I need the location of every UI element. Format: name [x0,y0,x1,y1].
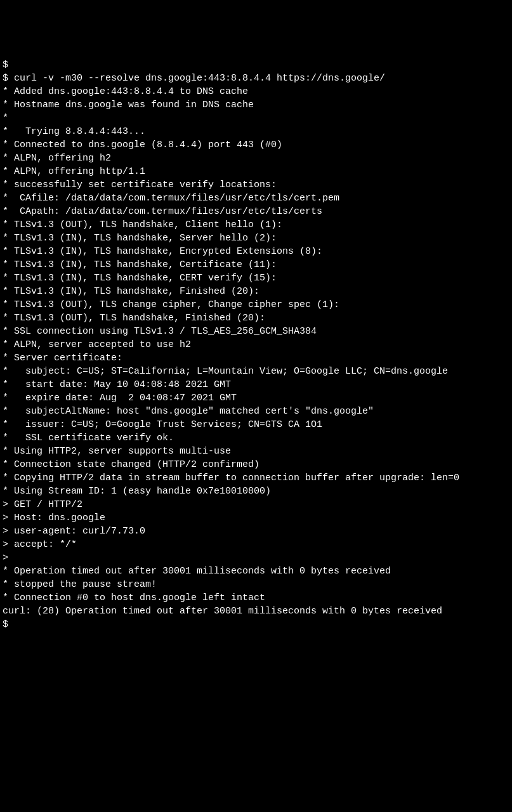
terminal-line: * Operation timed out after 30001 millis… [3,565,509,578]
terminal-line: * Connection #0 to host dns.google left … [3,591,509,605]
terminal-line: * Connection state changed (HTTP/2 confi… [3,458,509,471]
terminal-line: * Using HTTP2, server supports multi-use [3,445,509,458]
terminal-line: * ALPN, offering h2 [3,152,509,165]
terminal-line: * SSL certificate verify ok. [3,431,509,445]
terminal-line: > Host: dns.google [3,511,509,525]
terminal-line: * stopped the pause stream! [3,578,509,591]
terminal-line: curl: (28) Operation timed out after 300… [3,605,509,618]
terminal-line: * TLSv1.3 (IN), TLS handshake, Finished … [3,285,509,298]
terminal-line: * [3,112,509,125]
terminal-line: * successfully set certificate verify lo… [3,178,509,192]
terminal-line: * SSL connection using TLSv1.3 / TLS_AES… [3,325,509,338]
terminal-line: > accept: */* [3,538,509,551]
terminal-line: > [3,551,509,565]
terminal-line: $ curl -v -m30 --resolve dns.google:443:… [3,72,509,85]
terminal-line: * TLSv1.3 (OUT), TLS handshake, Finished… [3,311,509,325]
terminal-line: * Trying 8.8.4.4:443... [3,125,509,138]
terminal-line: * TLSv1.3 (IN), TLS handshake, Certifica… [3,258,509,272]
terminal-line: * TLSv1.3 (IN), TLS handshake, Server he… [3,232,509,245]
terminal-line: * Server certificate: [3,351,509,365]
terminal-line: * expire date: Aug 2 04:08:47 2021 GMT [3,391,509,405]
terminal-line: * TLSv1.3 (OUT), TLS handshake, Client h… [3,218,509,232]
terminal-line: * ALPN, offering http/1.1 [3,165,509,178]
terminal-line: * subject: C=US; ST=California; L=Mounta… [3,365,509,378]
terminal-line: * TLSv1.3 (OUT), TLS change cipher, Chan… [3,298,509,311]
terminal-line: * Connected to dns.google (8.8.4.4) port… [3,138,509,152]
terminal-line: * subjectAltName: host "dns.google" matc… [3,405,509,418]
terminal-line: * ALPN, server accepted to use h2 [3,338,509,351]
terminal-line: * TLSv1.3 (IN), TLS handshake, Encrypted… [3,245,509,258]
terminal-line: * issuer: C=US; O=Google Trust Services;… [3,418,509,431]
terminal-line: * Added dns.google:443:8.8.4.4 to DNS ca… [3,85,509,98]
terminal-line: * Copying HTTP/2 data in stream buffer t… [3,471,509,485]
terminal-line: > user-agent: curl/7.73.0 [3,525,509,538]
terminal-line: * CAfile: /data/data/com.termux/files/us… [3,192,509,205]
terminal-line: * start date: May 10 04:08:48 2021 GMT [3,378,509,391]
terminal-content: $$ curl -v -m30 --resolve dns.google:443… [3,58,509,631]
terminal-line: * Using Stream ID: 1 (easy handle 0x7e10… [3,485,509,498]
terminal-line: * Hostname dns.google was found in DNS c… [3,98,509,112]
terminal-line: $ [3,618,509,631]
terminal-line: $ [3,58,509,72]
terminal-line: * TLSv1.3 (IN), TLS handshake, CERT veri… [3,272,509,285]
terminal-line: * CApath: /data/data/com.termux/files/us… [3,205,509,218]
terminal-line: > GET / HTTP/2 [3,498,509,511]
